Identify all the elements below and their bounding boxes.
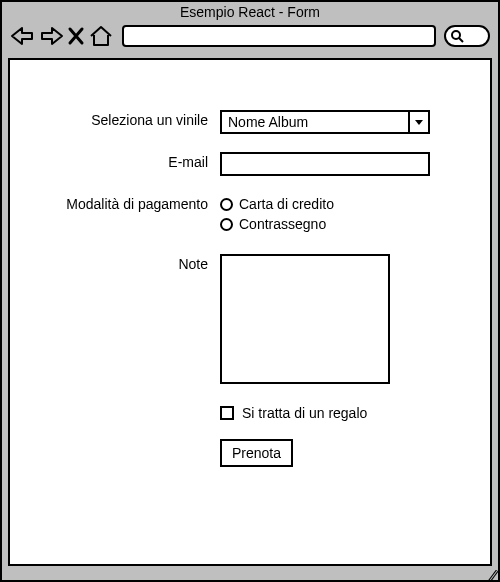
email-label: E-mail — [30, 152, 220, 170]
status-bar — [8, 568, 492, 578]
submit-button[interactable]: Prenota — [220, 439, 293, 467]
payment-cod-label: Contrassegno — [239, 216, 326, 232]
resize-grip-icon[interactable]: ⁄⁄ — [491, 570, 496, 580]
back-icon[interactable] — [10, 24, 36, 48]
vinyl-label: Seleziona un vinile — [30, 110, 220, 128]
gift-checkbox[interactable]: Si tratta di un regalo — [220, 405, 470, 421]
payment-option-cod[interactable]: Contrassegno — [220, 216, 470, 232]
browser-window: Esempio React - Form Seleziona un vinile… — [0, 0, 500, 582]
checkbox-icon — [220, 406, 234, 420]
svg-point-0 — [452, 31, 460, 39]
window-title: Esempio React - Form — [2, 2, 498, 20]
vinyl-select[interactable]: Nome Album — [220, 110, 430, 134]
stop-icon[interactable] — [66, 24, 86, 48]
home-icon[interactable] — [88, 24, 114, 48]
forward-icon[interactable] — [38, 24, 64, 48]
svg-line-1 — [459, 38, 463, 42]
payment-credit-label: Carta di credito — [239, 196, 334, 212]
chevron-down-icon[interactable] — [408, 112, 428, 132]
search-icon — [450, 29, 464, 43]
email-field[interactable] — [220, 152, 430, 176]
payment-label: Modalità di pagamento — [30, 194, 220, 212]
radio-icon — [220, 218, 233, 231]
browser-toolbar — [2, 20, 498, 56]
radio-icon — [220, 198, 233, 211]
payment-option-credit[interactable]: Carta di credito — [220, 196, 470, 212]
vinyl-selected-value: Nome Album — [222, 112, 408, 132]
page-content: Seleziona un vinile Nome Album E-mail Mo… — [8, 58, 492, 566]
notes-field[interactable] — [220, 254, 390, 384]
gift-label: Si tratta di un regalo — [242, 405, 367, 421]
url-bar[interactable] — [122, 25, 436, 47]
search-pill[interactable] — [444, 25, 490, 47]
notes-label: Note — [30, 254, 220, 272]
